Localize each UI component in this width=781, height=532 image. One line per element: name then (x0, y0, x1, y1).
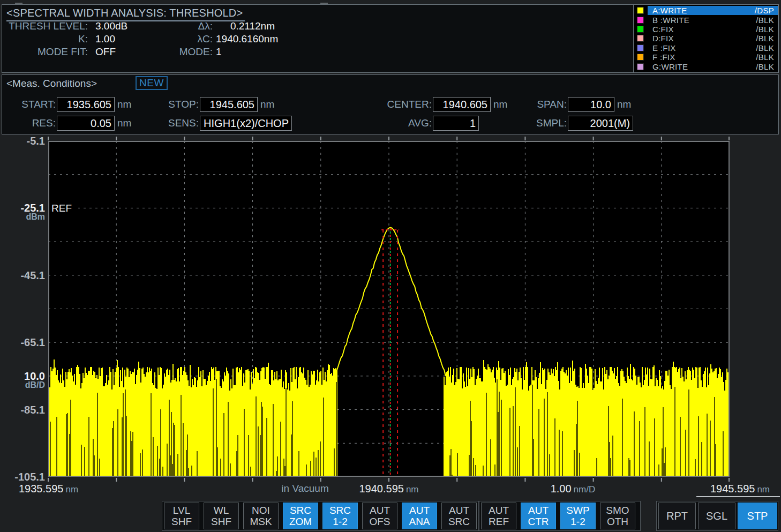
delta-lambda-label: Δλ: (109, 20, 213, 33)
trace-row-body: B :WRITE/BLK (648, 15, 778, 24)
x-axis-value: in Vacuum (281, 483, 328, 494)
trace-name: A:WRITE (652, 6, 687, 15)
x-axis-value: 1935.595 (19, 483, 63, 494)
softkey-aut-ctr[interactable]: AUTCTR (521, 503, 556, 529)
smpl-field[interactable]: 2001(M) (568, 116, 633, 131)
trace-name: F :FIX (652, 53, 675, 62)
softkey-label-line1: RPT (666, 511, 688, 522)
softkey-smo-oth[interactable]: SMOOTH (600, 503, 635, 529)
clipped-top-mark-center (320, 0, 328, 4)
softkey-swp-1-2[interactable]: SWP1-2 (560, 503, 596, 529)
trace-row-dfix[interactable]: D:FIX/BLK (634, 34, 778, 43)
x-axis-unit: nm (406, 484, 419, 494)
softkey-aut-ofs[interactable]: AUTOFS (362, 503, 397, 529)
softkey-label-line1: SRC (329, 505, 351, 516)
x-axis-value: 1940.595 (359, 483, 403, 494)
trace-color-swatch (637, 44, 644, 51)
trace-name: B :WRITE (652, 16, 689, 25)
softkey-label-line2: SRC (448, 516, 470, 527)
trace-row-body: A:WRITE/DSP (648, 6, 778, 15)
trace-row-awrite[interactable]: A:WRITE/DSP (634, 6, 778, 15)
delta-lambda-value: 0.2112nm (216, 20, 275, 33)
spectrum-plot[interactable]: REF (48, 141, 730, 477)
softkey-label-line1: AUT (489, 505, 509, 516)
osa-screen: <SPECTRAL WIDTH ANALYSIS: THRESHOLD> THR… (0, 0, 781, 532)
softkey-stp[interactable]: STP (738, 503, 777, 529)
svg-text:REF: REF (51, 203, 72, 214)
softkey-label-line2: MSK (250, 516, 272, 527)
softkey-aut-ref[interactable]: AUTREF (481, 503, 516, 529)
thresh-level-label: THRESH LEVEL: (2, 20, 88, 33)
softkey-label-line1: WL (214, 505, 229, 516)
conditions-title: <Meas. Conditions> (6, 78, 97, 89)
x-axis-unit: nm (65, 484, 78, 494)
trace-row-bwrite[interactable]: B :WRITE/BLK (634, 15, 778, 24)
x-axis-unit: nm/D (574, 484, 596, 494)
y-axis-tick-label: -105.1 (0, 471, 45, 483)
unit-label: nm (617, 97, 631, 112)
trace-row-body: E :FIX/BLK (648, 43, 778, 53)
conditions-panel: <Meas. Conditions> NEW START:1935.605nmS… (2, 74, 779, 134)
softkey-label-line2: SHF (171, 516, 192, 527)
trace-mode: /DSP (755, 6, 774, 15)
softkey-aut-ana[interactable]: AUTANA (402, 503, 437, 529)
softkey-label-line1: SMO (606, 505, 629, 516)
trace-mode: /BLK (756, 43, 774, 53)
x-axis-label: 1935.595nm (19, 483, 78, 495)
span-field[interactable]: 10.0 (568, 97, 614, 112)
softkey-src-1-2[interactable]: SRC1-2 (322, 503, 358, 529)
softkey-noi-msk[interactable]: NOIMSK (243, 503, 279, 529)
softkey-src-zom[interactable]: SRCZOM (283, 503, 318, 529)
trace-color-swatch (637, 17, 644, 24)
mode-value: 1 (216, 46, 275, 58)
smpl-label: SMPL: (2, 116, 567, 131)
trace-row-body: G:WRITE/BLK (648, 62, 778, 71)
softkey-aut-src[interactable]: AUTSRC (441, 503, 477, 529)
trace-row-gwrite[interactable]: G:WRITE/BLK (634, 62, 778, 71)
mode-label: MODE: (109, 46, 213, 58)
trace-row-cfix[interactable]: C:FIX/BLK (634, 25, 778, 34)
x-axis-label: 1940.595nm (359, 483, 418, 495)
y-axis-unit-label: dBm (0, 212, 45, 222)
y-axis-tick-label: -5.1 (0, 135, 45, 147)
new-badge[interactable]: NEW (136, 76, 168, 90)
softkey-label-line1: AUT (528, 505, 549, 516)
lambda-c-value: 1940.6160nm (216, 33, 275, 46)
clipped-top-mark-left (15, 0, 22, 4)
softkey-label-line1: SRC (290, 505, 311, 516)
trace-mode: /BLK (756, 53, 774, 62)
trace-row-body: D:FIX/BLK (648, 34, 778, 43)
x-axis-unit: nm (757, 484, 770, 494)
trace-name: E :FIX (652, 43, 675, 53)
softkey-label-line1: STP (747, 511, 768, 522)
softkey-lvl-shf[interactable]: LVLSHF (164, 503, 199, 529)
trace-name: G:WRITE (652, 62, 688, 71)
trace-color-swatch (637, 35, 644, 42)
trace-mode: /BLK (756, 16, 774, 25)
trace-row-body: C:FIX/BLK (648, 25, 778, 34)
softkey-label-line1: NOI (252, 505, 270, 516)
trace-legend: A:WRITE/DSPB :WRITE/BLKC:FIX/BLKD:FIX/BL… (633, 4, 778, 73)
x-axis-label: 1945.595nm (710, 483, 770, 495)
softkey-label-line1: AUT (370, 505, 390, 516)
mode-fit-label: MODE FIT: (2, 46, 88, 58)
softkey-label-line1: AUT (449, 505, 469, 516)
separator-line (696, 496, 780, 497)
softkey-label-line2: 1-2 (570, 516, 585, 527)
softkey-rpt[interactable]: RPT (658, 503, 696, 529)
softkey-wl-shf[interactable]: WLSHF (204, 503, 239, 529)
trace-row-efix[interactable]: E :FIX/BLK (634, 43, 778, 53)
softkey-label-line1: SWP (566, 505, 589, 516)
softkey-label-line2: ZOM (289, 516, 312, 527)
softkey-label-line1: SGL (706, 511, 727, 522)
softkey-sgl[interactable]: SGL (698, 503, 735, 529)
softkey-label-line2: SHF (211, 516, 231, 527)
x-axis-value: 1945.595 (710, 483, 755, 494)
y-axis-unit-label: dB/D (0, 380, 45, 390)
trace-mode: /BLK (756, 25, 774, 34)
softkey-label-line2: 1-2 (333, 516, 347, 527)
y-axis-tick-label: -85.1 (0, 404, 45, 416)
softkey-label-line2: CTR (528, 516, 549, 527)
softkey-label-line2: OTH (607, 516, 628, 527)
trace-row-ffix[interactable]: F :FIX/BLK (634, 53, 778, 62)
